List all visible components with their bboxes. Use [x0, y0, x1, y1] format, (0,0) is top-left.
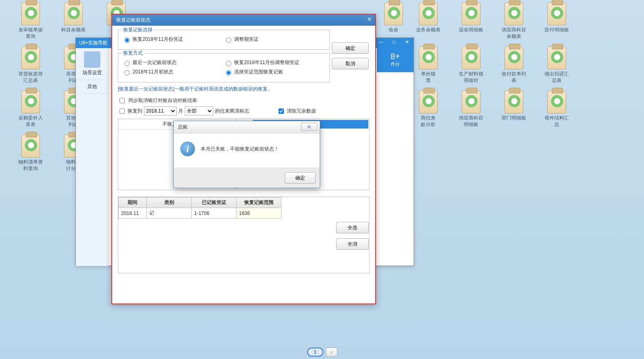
close-icon[interactable]: ✕ — [367, 16, 372, 22]
desktop-icon[interactable]: 供应商科目 余额表 — [496, 2, 532, 40]
report-icon — [547, 2, 566, 25]
page-indicator[interactable]: 1 — [307, 348, 323, 357]
desktop-icon-label: 科目余额表 — [55, 27, 92, 33]
desktop-icon-label: 母件结构汇 总 — [538, 115, 575, 128]
badge-sub: 作台 — [377, 61, 414, 67]
scene-icon — [84, 51, 100, 68]
desktop-icon-label: 收付款单列 表 — [496, 71, 532, 84]
desktop-icon-label: 单价核 查 — [410, 71, 447, 84]
chk-label: 同步取消银行对账自动对账结果 — [128, 97, 197, 104]
desktop-icon[interactable]: 母件结构汇 总 — [538, 91, 575, 128]
month-select[interactable]: 2018.11 — [144, 106, 177, 115]
chk-clear-redundant[interactable] — [279, 109, 284, 114]
legend: 恢复方式 — [122, 50, 144, 57]
col-type[interactable]: 类别 — [147, 197, 192, 208]
report-icon — [547, 91, 566, 113]
month-suffix: 月 — [178, 108, 183, 115]
desktop-icon[interactable]: 采购委外入 库表 — [12, 91, 49, 128]
chk-label: 清除冗余数据 — [287, 108, 316, 115]
radio-adjust-period[interactable]: 调整期凭证 — [224, 36, 325, 43]
desktop-icon[interactable]: 生产材料领 用核对 — [453, 47, 489, 84]
col-period[interactable]: 期间 — [119, 197, 147, 208]
radio-restore-month[interactable]: 恢复2018年11月份凭证 — [122, 36, 224, 43]
pager: 1 › — [307, 348, 337, 357]
col-range[interactable]: 恢复记账范围 — [237, 197, 281, 208]
info-icon: i — [180, 142, 195, 156]
cancel-button[interactable]: 取消 — [332, 58, 369, 69]
next-page-button[interactable]: › — [326, 348, 337, 357]
desktop-icon[interactable]: 单价核 查 — [410, 47, 447, 84]
ok-button[interactable]: 确定 — [332, 42, 369, 54]
desktop-icon[interactable]: 业务余额表 — [410, 2, 447, 33]
fieldset-restore-select: 恢复记账选择 恢复2018年11月份凭证 调整期凭证 — [118, 30, 330, 50]
desktop-icon[interactable]: 科目余额表 — [55, 2, 92, 33]
nav-window-title: U8+实施导航 — [79, 40, 108, 46]
chk-sync-bank[interactable] — [120, 98, 125, 103]
table-row[interactable]: 2018.11 记 1-1706 1636 — [119, 208, 281, 219]
desktop-icon-label: 生产材料领 用核对 — [453, 71, 489, 84]
radio-month-begin[interactable]: 2018年11月初状态 — [122, 69, 224, 75]
desktop-icon-label: 供应商科目 明细账 — [453, 115, 489, 128]
report-icon — [64, 2, 83, 25]
desktop-icon[interactable]: 收付款单列 表 — [496, 47, 532, 84]
report-icon — [419, 91, 438, 113]
report-icon — [419, 47, 438, 69]
fieldset-restore-method: 恢复方式 最近一次记账前状态 恢复2018年11月份调整期凭证 2018年11月… — [118, 53, 330, 82]
desktop-icon-label: 商往来 龄分析 — [410, 115, 447, 128]
radio-voucher-range[interactable]: 选择凭证范围恢复记账 — [224, 69, 325, 75]
desktop-icon[interactable]: 商往来 龄分析 — [410, 91, 447, 128]
desktop-icon[interactable]: 部门明细账 — [496, 91, 532, 122]
radio-last-state[interactable]: 最近一次记账前状态 — [122, 59, 224, 66]
report-icon — [384, 2, 403, 25]
desktop-icon[interactable]: 应付明细账 — [538, 2, 575, 33]
report-icon — [21, 47, 40, 69]
msgbox-ok-button[interactable]: 确定 — [285, 172, 316, 184]
restore-title-bar[interactable]: 恢复记账前状态 ✕ — [112, 15, 375, 26]
col-posted[interactable]: 已记账凭证 — [192, 197, 237, 208]
msgbox-title-bar[interactable]: 总账 ✕ — [174, 121, 320, 133]
desktop-icon[interactable]: 应收明细账 — [453, 2, 489, 33]
sidebar-item-scene[interactable]: 场景设置 — [76, 48, 108, 80]
desktop-icon-label: 存货收发存 汇总表 — [12, 71, 49, 84]
msgbox-title: 总账 — [178, 124, 188, 130]
deselect-all-button[interactable]: 全消 — [336, 238, 369, 250]
voucher-grid: 期间 类别 已记账凭证 恢复记账范围 2018.11 记 1-1706 1636 — [118, 197, 370, 273]
report-icon — [419, 2, 438, 25]
close-icon[interactable]: ✕ — [301, 123, 317, 131]
radio-adjust-voucher[interactable]: 恢复2018年11月份调整期凭证 — [224, 59, 325, 66]
cell-range: 1636 — [237, 208, 281, 219]
desktop-icon-label: 部门明细账 — [496, 115, 532, 122]
desktop-icon[interactable]: 存货收发存 汇总表 — [12, 47, 49, 84]
scope-select[interactable]: 全部 — [185, 106, 213, 115]
chk-label: 恢复到 — [128, 108, 142, 115]
report-icon — [21, 135, 40, 157]
desktop-icon-label: 未审核单据 查询 — [12, 27, 49, 40]
report-icon — [21, 2, 40, 25]
report-icon — [462, 2, 480, 25]
sidebar-label: 其他 — [77, 83, 106, 90]
badge-text: 8+ — [391, 52, 400, 61]
cell-posted: 1-1706 — [192, 208, 237, 219]
desktop-icon-label: 物料清单资 料查询 — [12, 159, 49, 172]
desktop-icon-label: 应付明细账 — [538, 27, 575, 33]
cell-type: 记 — [147, 208, 192, 219]
sidebar-label: 场景设置 — [77, 69, 106, 76]
select-all-button[interactable]: 全选 — [336, 222, 369, 233]
desktop-icon[interactable]: 供应商科目 明细账 — [453, 91, 489, 128]
close-button[interactable]: ✕ — [402, 39, 412, 46]
sidebar-item-other[interactable]: 其他 — [76, 80, 108, 94]
report-icon — [21, 91, 40, 113]
report-icon — [505, 47, 523, 69]
desktop-icon[interactable]: 未审核单据 查询 — [12, 2, 49, 40]
workbench-badge[interactable]: 8+ 作台 — [377, 48, 414, 72]
desktop-icon[interactable]: 物料清单资 料查询 — [12, 135, 49, 172]
desktop-icon-label: 业务余额表 — [410, 27, 447, 33]
report-icon — [547, 47, 566, 69]
maximize-button[interactable]: □ — [389, 39, 399, 46]
restore-description: [恢复最近一次记账前状态]一般用于记账时系统造成的数据错误的恢复。 — [118, 86, 370, 93]
chk-restore-to[interactable] — [120, 109, 125, 114]
restore-title: 恢复记账前状态 — [116, 17, 150, 23]
desktop-icon[interactable]: 收余 — [375, 2, 412, 33]
desktop-icon[interactable]: 借出归还汇 总表 — [538, 47, 575, 84]
minimize-button[interactable]: — — [376, 39, 386, 46]
